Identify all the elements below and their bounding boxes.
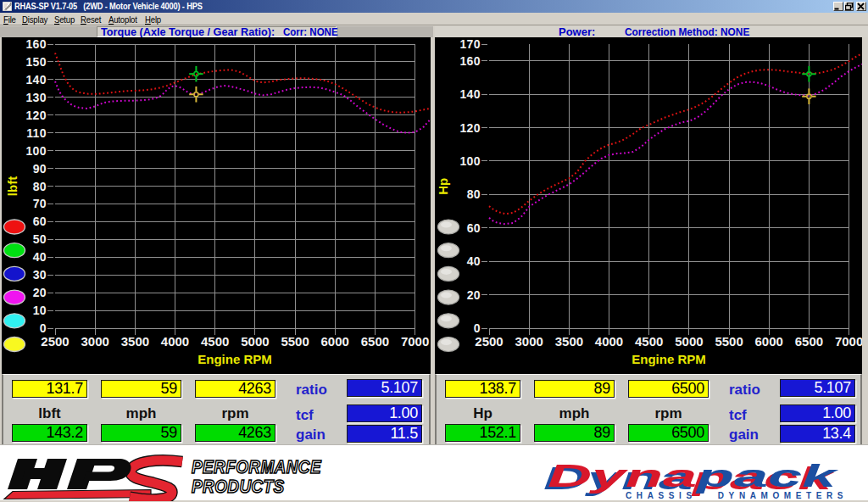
svg-text:7000: 7000 [401,334,429,349]
svg-text:Engine RPM: Engine RPM [198,352,272,366]
svg-text:140: 140 [25,73,47,86]
svg-text:170: 170 [459,37,481,51]
svg-text:30: 30 [33,268,47,282]
svg-text:40: 40 [33,250,47,264]
svg-text:4000: 4000 [161,334,189,349]
svg-text:100: 100 [25,144,47,158]
svg-text:110: 110 [26,126,47,140]
svg-text:160: 160 [459,54,481,68]
svg-text:6000: 6000 [321,334,349,349]
svg-text:3500: 3500 [555,334,583,349]
svg-text:10: 10 [33,304,47,317]
svg-text:3000: 3000 [81,334,109,349]
svg-text:150: 150 [25,55,47,69]
svg-text:20: 20 [33,286,47,299]
svg-text:120: 120 [25,109,47,122]
svg-text:3500: 3500 [121,334,149,349]
svg-text:90: 90 [33,162,47,176]
svg-text:60: 60 [33,215,47,228]
svg-text:4500: 4500 [201,334,229,349]
svg-text:6500: 6500 [795,334,823,349]
svg-text:80: 80 [33,180,47,193]
svg-text:Hp: Hp [436,178,450,195]
svg-text:7000: 7000 [835,334,862,349]
svg-text:20: 20 [467,288,481,302]
svg-text:5500: 5500 [715,334,743,349]
svg-text:6500: 6500 [361,334,389,349]
svg-text:3000: 3000 [515,334,543,349]
svg-text:160: 160 [25,37,47,51]
svg-text:lbft: lbft [5,176,19,196]
svg-text:4000: 4000 [595,334,623,349]
svg-text:80: 80 [467,187,481,201]
svg-text:40: 40 [467,254,481,268]
svg-text:5000: 5000 [675,334,703,349]
svg-text:130: 130 [25,91,47,104]
svg-text:50: 50 [33,232,47,246]
svg-text:5000: 5000 [241,334,269,349]
svg-text:5500: 5500 [281,334,309,349]
svg-text:70: 70 [33,197,47,210]
svg-text:2500: 2500 [475,334,503,349]
svg-text:2500: 2500 [41,334,69,349]
svg-text:100: 100 [459,154,481,168]
svg-text:60: 60 [467,221,481,235]
svg-text:Engine RPM: Engine RPM [632,352,706,366]
svg-text:4500: 4500 [635,334,663,349]
svg-text:6000: 6000 [755,334,783,349]
svg-text:140: 140 [459,87,481,101]
svg-text:120: 120 [459,121,481,135]
